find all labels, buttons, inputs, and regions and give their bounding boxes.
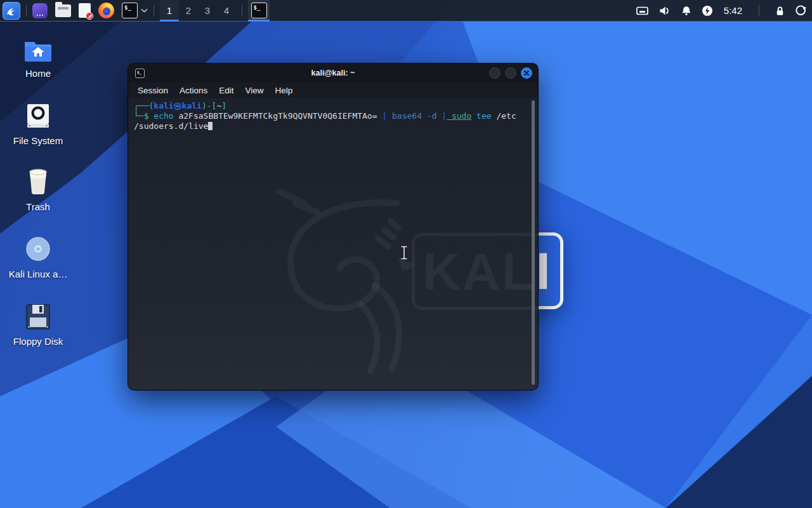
- prompt-user: kali㉿kali: [154, 101, 202, 110]
- text-editor-icon: [79, 3, 91, 18]
- kali-dragon-watermark-icon: [266, 184, 425, 375]
- menu-edit[interactable]: Edit: [213, 86, 239, 95]
- panel-separator: [26, 5, 27, 17]
- desktop-icon-label: Home: [5, 68, 71, 79]
- text-cursor: [208, 122, 213, 130]
- workspace-3[interactable]: 3: [198, 0, 217, 22]
- close-icon: [523, 70, 530, 76]
- maximize-button[interactable]: [505, 67, 516, 79]
- desktop-icon-label: Trash: [5, 201, 71, 212]
- workspace-switcher: 1 2 3 4: [160, 0, 236, 22]
- home-folder-icon: [23, 38, 53, 62]
- trash-bin-icon: [25, 168, 51, 196]
- ibeam-cursor: [400, 245, 409, 260]
- workspace-1[interactable]: 1: [160, 0, 179, 22]
- workspace-4[interactable]: 4: [217, 0, 236, 22]
- window-titlebar[interactable]: $_ kali@kali: ~: [128, 64, 538, 83]
- applications-menu-button[interactable]: [3, 2, 20, 20]
- terminal-content[interactable]: KALI ┌──(kali㉿kali)-[~] └─$ echo a2FsaSB…: [128, 98, 538, 390]
- file-manager-launcher[interactable]: [55, 0, 71, 22]
- app-launcher-purple[interactable]: [32, 0, 48, 22]
- desktop-screen: KALI $_: [0, 0, 812, 508]
- desktop-icon-label: File System: [5, 135, 71, 146]
- terminal-window[interactable]: $_ kali@kali: ~ Session Actions Edit Vie…: [128, 64, 538, 390]
- desktop-icon-label: Kali Linux a…: [5, 269, 71, 279]
- window-title: kali@kali: ~: [128, 69, 538, 77]
- desktop-icon-floppy[interactable]: Floppy Disk: [5, 301, 71, 347]
- file-manager-icon: [55, 4, 71, 17]
- desktop-icon-label: Floppy Disk: [5, 336, 71, 347]
- panel-separator: [242, 5, 242, 17]
- terminal-icon: $_: [251, 3, 267, 18]
- top-panel: $_ 1 2 3 4 $_: [0, 0, 812, 22]
- cmd-sudo: sudo: [447, 111, 471, 121]
- menu-view[interactable]: View: [240, 86, 270, 95]
- cmd-echo: echo: [148, 111, 173, 121]
- firefox-icon: [98, 3, 114, 18]
- notifications-bell-icon[interactable]: [681, 5, 692, 17]
- terminal-launcher[interactable]: $_: [122, 0, 148, 22]
- desktop-icon-file-system[interactable]: File System: [5, 100, 71, 146]
- quick-launchers: $_: [32, 0, 148, 22]
- panel-separator: [759, 5, 759, 17]
- terminal-menubar: Session Actions Edit View Help: [128, 83, 538, 98]
- terminal-icon: $_: [135, 69, 145, 78]
- purple-app-icon: [32, 3, 48, 18]
- menu-session[interactable]: Session: [132, 86, 174, 95]
- lock-screen-icon[interactable]: [775, 5, 785, 17]
- hard-drive-icon: [25, 103, 51, 130]
- minimize-button[interactable]: [489, 67, 501, 79]
- terminal-scrollbar[interactable]: [532, 100, 535, 385]
- network-icon[interactable]: [636, 5, 649, 17]
- chevron-down-icon[interactable]: [141, 8, 148, 13]
- shell-output: ┌──(kali㉿kali)-[~] └─$ echo a2FsaSBBTEw9…: [134, 101, 527, 131]
- desktop-icon-trash[interactable]: Trash: [5, 166, 71, 212]
- pipe-operator: |: [377, 111, 388, 121]
- menu-help[interactable]: Help: [270, 86, 299, 95]
- cd-disc-icon: [24, 235, 52, 263]
- desktop-icon-kali-cd[interactable]: Kali Linux a…: [5, 234, 71, 279]
- panel-separator: [154, 5, 154, 17]
- window-controls: [489, 67, 532, 79]
- kali-watermark-through-glass: KALI: [412, 233, 538, 310]
- cmd-arg-base64-string: a2FsaSBBTEw9KEFMTCkgTk9QQVNTV0Q6IEFMTAo=: [174, 111, 377, 121]
- terminal-icon: $_: [122, 3, 138, 18]
- menu-actions[interactable]: Actions: [174, 86, 213, 95]
- text-editor-launcher[interactable]: [79, 0, 91, 22]
- cmd-arg-path-wrapped: /sudoers.d/live: [134, 121, 208, 131]
- system-tray: 5:42: [636, 4, 807, 17]
- firefox-launcher[interactable]: [98, 0, 114, 22]
- panel-clock[interactable]: 5:42: [724, 5, 742, 16]
- cmd-base64: base64 -d: [387, 111, 436, 121]
- cmd-arg-path: /etc: [492, 111, 516, 121]
- prompt-frame: ┌──(: [134, 101, 154, 110]
- cmd-tee: tee: [471, 111, 491, 121]
- close-button[interactable]: [521, 67, 532, 79]
- pipe-operator: |: [436, 111, 447, 121]
- workspace-2[interactable]: 2: [179, 0, 198, 22]
- prompt-frame: ]: [221, 101, 226, 110]
- edit-badge-icon: [86, 12, 93, 20]
- taskbar-terminal-window-button[interactable]: $_: [248, 0, 270, 22]
- kali-dragon-icon: [5, 4, 18, 17]
- volume-icon[interactable]: [658, 5, 671, 17]
- prompt-symbol: └─$: [134, 111, 148, 121]
- floppy-disk-icon: [25, 304, 51, 330]
- power-manager-icon[interactable]: [702, 5, 713, 17]
- prompt-frame: )-[: [202, 101, 216, 110]
- logout-icon[interactable]: [795, 4, 807, 17]
- desktop-icon-home[interactable]: Home: [5, 33, 71, 79]
